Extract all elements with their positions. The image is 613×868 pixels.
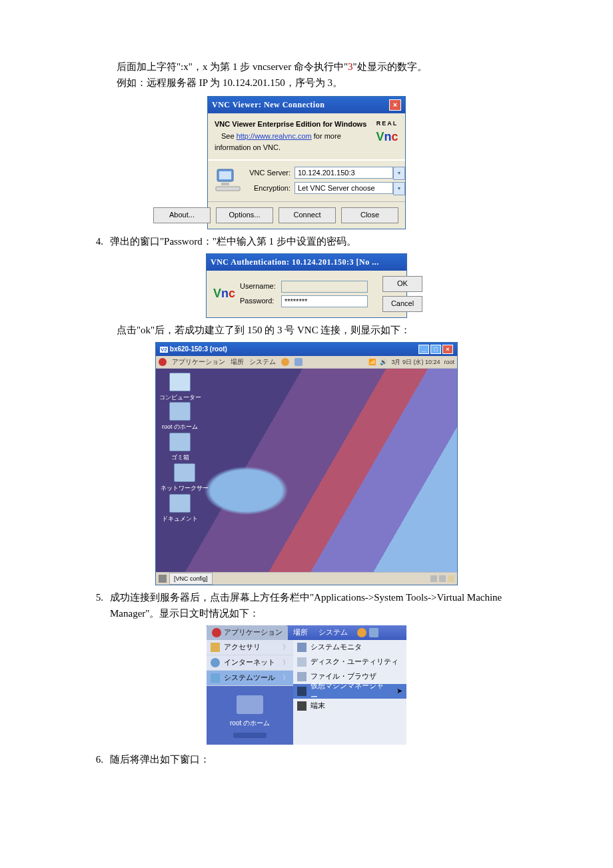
maximize-icon[interactable]: □ <box>430 345 441 354</box>
desktop-icon-home[interactable]: root のホーム <box>159 402 201 431</box>
close-button[interactable]: Close <box>341 207 398 223</box>
desktop-icon-trash[interactable]: ゴミ箱 <box>159 433 201 462</box>
workspace-1[interactable] <box>430 575 437 582</box>
menu-tab-places[interactable]: 場所 <box>288 625 313 640</box>
chevron-down-icon[interactable]: ▾ <box>393 167 405 180</box>
step-number-5: 5. <box>83 589 110 621</box>
vnc-server-label: VNC Server: <box>247 167 295 179</box>
menu-item-system-tools[interactable]: システムツール〉 <box>207 671 293 686</box>
close-icon[interactable]: × <box>389 99 401 111</box>
app-icon[interactable] <box>369 628 378 637</box>
remote-desktop-title: bx620-150:3 (root) <box>170 345 227 353</box>
svg-rect-3 <box>216 187 240 191</box>
chevron-right-icon: 〉 <box>283 642 289 653</box>
taskbar-item-vnc-config[interactable]: [VNC config] <box>169 573 213 585</box>
desktop-wallpaper: コンピューター root のホーム ゴミ箱 ネットワークサーバー ドキュメント <box>156 369 457 572</box>
password-label: Password: <box>240 295 281 307</box>
dialog-header-pre: See <box>221 132 237 140</box>
remote-desktop-window: V2bx620-150:3 (root) _ □ × アプリケーション 場所 シ… <box>155 342 458 585</box>
app-icon[interactable] <box>295 358 303 366</box>
username-label: Username: <box>240 281 281 293</box>
menu-places[interactable]: 場所 <box>231 357 244 367</box>
realvnc-logo: REAL Vnc <box>376 119 398 146</box>
auth-titlebar: VNC Authentication: 10.124.201.150:3 [No… <box>207 254 406 271</box>
intro-line2: 例如：远程服务器 IP 为 10.124.201.150，序号为 3。 <box>117 75 530 91</box>
vm-manager-icon <box>297 687 306 696</box>
terminal-icon <box>297 701 306 711</box>
user-text: root <box>444 357 454 367</box>
home-launcher[interactable]: root のホーム <box>207 686 293 745</box>
password-input[interactable] <box>281 295 368 307</box>
accessories-icon <box>211 643 220 652</box>
intro-line1: 后面加上字符":x"，x 为第 1 步 vncserver 命令执行中"3"处显… <box>117 59 530 75</box>
svg-rect-2 <box>221 183 229 185</box>
dialog-titlebar: VNC Viewer: New Connection × <box>208 97 405 113</box>
minimize-icon[interactable]: _ <box>418 345 429 354</box>
about-button[interactable]: About... <box>153 207 211 223</box>
step-number-6: 6. <box>83 751 110 767</box>
globe-icon <box>211 658 220 667</box>
menu-item-internet[interactable]: インターネット〉 <box>207 655 293 671</box>
svg-rect-1 <box>219 171 231 179</box>
chevron-right-icon: 〉 <box>283 657 289 668</box>
username-input[interactable] <box>281 281 368 293</box>
folder-icon <box>237 695 263 714</box>
volume-icon[interactable]: 🔊 <box>380 357 387 367</box>
redhat-icon <box>159 358 167 366</box>
intro-line1a: 后面加上字符":x"，x 为第 1 步 vncserver 命令执行中" <box>117 61 348 72</box>
submenu-item-virt-manager[interactable]: 仮想マシンマネージャー➤ <box>293 684 406 699</box>
menu-tab-applications[interactable]: アプリケーション <box>207 625 288 640</box>
folder-icon <box>297 672 306 681</box>
desktop-icon-documents[interactable]: ドキュメント <box>159 494 201 523</box>
clock-text: 3月 9日 (水) 10:24 <box>391 357 440 367</box>
gnome-top-panel: アプリケーション 場所 システム 📶 🔊 3月 9日 (水) 10:24 roo… <box>156 356 457 369</box>
vnc-server-input[interactable] <box>295 167 393 179</box>
dialog-header-bold: VNC Viewer Enterprise Edition for Window… <box>215 119 376 131</box>
auth-title: VNC Authentication: 10.124.201.150:3 [No… <box>211 256 379 269</box>
menu-item-accessories[interactable]: アクセサリ〉 <box>207 640 293 655</box>
cancel-button[interactable]: Cancel <box>382 296 422 312</box>
redhat-icon <box>212 628 221 637</box>
launcher-bar <box>233 733 267 738</box>
system-tools-icon <box>211 673 220 683</box>
encryption-label: Encryption: <box>247 183 295 195</box>
show-desktop-icon[interactable] <box>159 575 167 583</box>
step-number-4: 4. <box>83 233 110 249</box>
encryption-input[interactable] <box>295 182 393 194</box>
step-5-text: 成功连接到服务器后，点击屏幕上方任务栏中"Applications->Syste… <box>110 589 530 621</box>
firefox-icon[interactable] <box>281 358 289 366</box>
step-4-text: 弹出的窗口"Password："栏中输入第 1 步中设置的密码。 <box>110 233 530 249</box>
menu-tab-system[interactable]: システム <box>313 625 353 640</box>
submenu-item-disk-utility[interactable]: ディスク・ユーティリティ <box>293 655 406 669</box>
menu-system[interactable]: システム <box>249 357 276 367</box>
disk-icon <box>297 657 306 667</box>
tray-icon[interactable] <box>448 575 454 582</box>
connect-button[interactable]: Connect <box>279 207 336 223</box>
close-icon[interactable]: × <box>442 345 453 354</box>
system-monitor-icon <box>297 643 306 652</box>
desktop-icon-computer[interactable]: コンピューター <box>159 373 201 402</box>
gnome-bottom-panel: [VNC config] <box>156 572 457 585</box>
intro-line1b: "处显示的数字。 <box>353 61 427 72</box>
submenu-item-system-monitor[interactable]: システムモニタ <box>293 640 406 655</box>
chevron-right-icon: 〉 <box>283 673 289 683</box>
options-button[interactable]: Options... <box>216 207 273 223</box>
computer-icon <box>215 165 241 196</box>
cursor-icon: ➤ <box>396 685 402 697</box>
dialog-title: VNC Viewer: New Connection <box>212 99 324 111</box>
chevron-down-icon[interactable]: ▾ <box>393 182 405 195</box>
network-icon[interactable]: 📶 <box>368 357 376 367</box>
dialog-header-text: VNC Viewer Enterprise Edition for Window… <box>215 119 376 154</box>
realvnc-logo: Vnc <box>213 285 233 303</box>
vnc-new-connection-dialog: VNC Viewer: New Connection × VNC Viewer … <box>207 96 406 229</box>
vnc-auth-dialog: VNC Authentication: 10.124.201.150:3 [No… <box>206 253 407 318</box>
menu-applications[interactable]: アプリケーション <box>172 357 225 367</box>
ok-button[interactable]: OK <box>382 276 422 292</box>
intro-red-3: 3 <box>348 61 353 72</box>
realvnc-link[interactable]: http://www.realvnc.com <box>237 132 312 140</box>
firefox-icon[interactable] <box>357 628 366 637</box>
workspace-2[interactable] <box>439 575 446 582</box>
step-6-text: 随后将弹出如下窗口： <box>110 751 530 767</box>
applications-menu-screenshot: アプリケーション 場所 システム アクセサリ〉 インターネット〉 システムツール… <box>207 625 406 745</box>
after-ok-text: 点击"ok"后，若成功建立了到 150 的 3 号 VNC 连接，则显示如下： <box>117 322 530 338</box>
